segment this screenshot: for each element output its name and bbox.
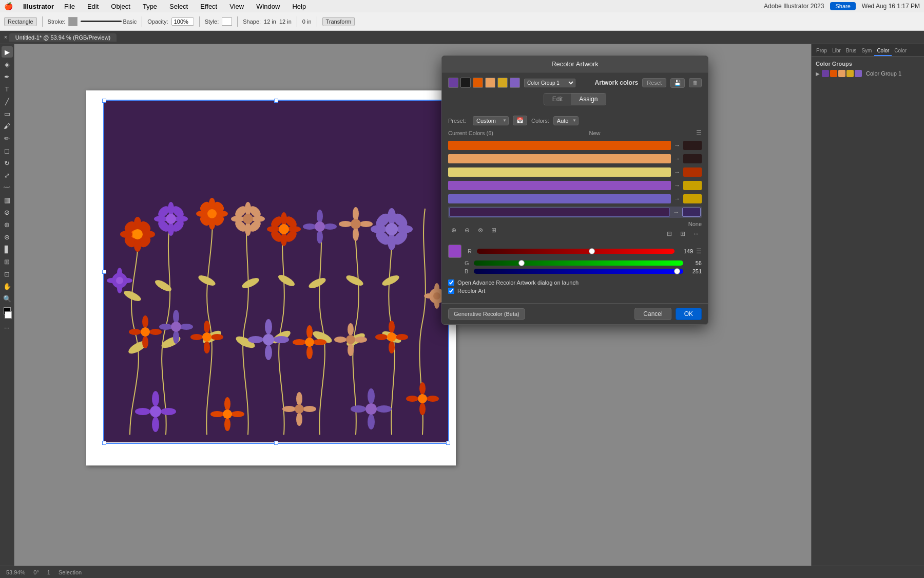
menu-object[interactable]: Object	[109, 3, 132, 10]
cancel-button[interactable]: Cancel	[634, 308, 671, 320]
slice-tool[interactable]: ⊡	[2, 268, 13, 279]
menu-view[interactable]: View	[227, 3, 246, 10]
scale-tool[interactable]: ⤢	[2, 170, 13, 181]
artboard-tool[interactable]: ⊞	[2, 256, 13, 267]
new-color-3[interactable]	[683, 181, 702, 190]
random-btn[interactable]: ↔	[690, 228, 702, 239]
grid-view-btn[interactable]: ⊟	[664, 228, 675, 239]
preset-calendar-btn[interactable]: 📅	[513, 116, 527, 125]
rgb-row-b: B 251	[465, 268, 702, 274]
current-color-1[interactable]	[448, 154, 671, 163]
menu-edit[interactable]: Edit	[85, 3, 101, 10]
merge-btn[interactable]: ⊗	[475, 225, 486, 236]
new-color-0[interactable]	[683, 141, 702, 150]
shape-selector[interactable]: Rectangle	[4, 17, 37, 26]
eyedropper-tool[interactable]: ⊘	[2, 207, 13, 218]
list-view-btn[interactable]: ⊞	[677, 228, 688, 239]
tab-prop[interactable]: Prop	[814, 46, 830, 56]
save-color-group-btn[interactable]: 💾	[670, 78, 685, 88]
colors-select[interactable]: Auto 1 2 3	[553, 116, 579, 125]
svg-point-135	[368, 388, 375, 404]
delete-color-group-btn[interactable]: 🗑	[689, 78, 702, 87]
assign-tab[interactable]: Assign	[571, 94, 606, 105]
more-tools[interactable]: ···	[2, 322, 13, 333]
apple-menu[interactable]: 🍎	[4, 2, 13, 10]
paintbrush-tool[interactable]: 🖌	[2, 120, 13, 132]
line-tool[interactable]: ╱	[2, 96, 13, 107]
style-swatch[interactable]	[222, 17, 232, 26]
rgb-menu-icon[interactable]: ☰	[696, 248, 702, 255]
svg-point-150	[116, 277, 123, 284]
blend-tool[interactable]: ⊕	[2, 219, 13, 230]
window-title: Adobe Illustrator 2023	[764, 3, 824, 10]
menu-window[interactable]: Window	[254, 3, 282, 10]
transform-btn[interactable]: Transform	[322, 17, 355, 26]
current-color-0[interactable]	[448, 141, 671, 150]
preset-select-wrapper: Custom Default	[473, 116, 509, 125]
r-slider[interactable]	[477, 249, 675, 254]
color-preset-dropdown[interactable]: Color Group 1	[524, 79, 575, 87]
pen-tool[interactable]: ✒	[2, 71, 13, 82]
type-tool[interactable]: T	[2, 83, 13, 95]
hand-tool[interactable]: ✋	[2, 281, 13, 292]
stroke-color-swatch[interactable]	[5, 311, 12, 319]
svg-point-119	[387, 332, 396, 342]
tab-color2[interactable]: Color	[892, 46, 909, 56]
zoom-tool[interactable]: 🔍	[2, 293, 13, 304]
menu-type[interactable]: Type	[141, 3, 159, 10]
new-color-2[interactable]	[683, 167, 702, 177]
b-slider[interactable]	[474, 269, 683, 274]
direct-selection-tool[interactable]: ◈	[2, 59, 13, 70]
cb-advance-dialog[interactable]	[448, 279, 454, 286]
current-color-3[interactable]	[448, 181, 671, 190]
new-color-4[interactable]	[683, 194, 702, 203]
exclude-btn[interactable]: ⊖	[461, 225, 473, 236]
swatch-lavender[interactable]	[510, 78, 520, 88]
ok-button[interactable]: OK	[676, 308, 702, 320]
rotate-tool[interactable]: ↻	[2, 157, 13, 169]
current-color-4[interactable]	[448, 194, 671, 203]
warp-tool[interactable]: 〰	[2, 182, 13, 193]
list-options-icon[interactable]: ☰	[696, 129, 702, 137]
cb-recolor-art[interactable]	[448, 288, 454, 294]
opacity-input[interactable]	[171, 17, 194, 26]
color-group-1[interactable]: ▶ Color Group 1	[816, 70, 920, 77]
current-color-5[interactable]	[449, 208, 670, 217]
g-slider[interactable]	[474, 260, 683, 266]
tab-libr[interactable]: Libr	[830, 46, 843, 56]
swatch-gold[interactable]	[497, 78, 508, 88]
menu-select[interactable]: Select	[167, 3, 190, 10]
pencil-tool[interactable]: ✏	[2, 133, 13, 144]
share-button[interactable]: Share	[830, 2, 855, 10]
swatch-dark[interactable]	[460, 78, 471, 88]
menu-help[interactable]: Help	[290, 3, 308, 10]
eraser-tool[interactable]: ◻	[2, 145, 13, 156]
rgb-color-preview[interactable]	[448, 245, 461, 258]
menu-effect[interactable]: Effect	[198, 3, 219, 10]
tab-sym[interactable]: Sym	[859, 46, 874, 56]
symbol-sprayer-tool[interactable]: ⊛	[2, 231, 13, 243]
swatch-peach[interactable]	[485, 78, 495, 88]
stroke-color[interactable]	[68, 17, 78, 26]
selection-tool[interactable]: ▶	[2, 46, 13, 58]
swatch-orange[interactable]	[473, 78, 483, 88]
current-color-2[interactable]	[448, 167, 671, 177]
gradient-tool[interactable]: ▦	[2, 194, 13, 206]
new-color-1[interactable]	[683, 154, 702, 163]
reset-button[interactable]: Reset	[642, 78, 666, 87]
preset-select[interactable]: Custom Default	[473, 116, 509, 125]
tab-close-icon[interactable]: ×	[4, 34, 7, 40]
add-row-btn[interactable]: ⊕	[448, 225, 459, 236]
swatch-purple[interactable]	[448, 78, 458, 88]
gen-recolor-button[interactable]: Generative Recolor (Beta)	[448, 308, 525, 320]
new-color-5[interactable]	[682, 208, 701, 217]
document-tab[interactable]: Untitled-1* @ 53.94 % (RGB/Preview)	[9, 33, 117, 42]
separate-btn[interactable]: ⊞	[488, 225, 499, 236]
tab-color[interactable]: Color	[874, 46, 892, 56]
menu-file[interactable]: File	[62, 3, 77, 10]
edit-tab[interactable]: Edit	[544, 94, 571, 105]
column-graph-tool[interactable]: ▋	[2, 244, 13, 255]
rect-tool[interactable]: ▭	[2, 108, 13, 119]
tab-brus[interactable]: Brus	[843, 46, 859, 56]
stroke-style[interactable]: Basic	[123, 18, 137, 25]
